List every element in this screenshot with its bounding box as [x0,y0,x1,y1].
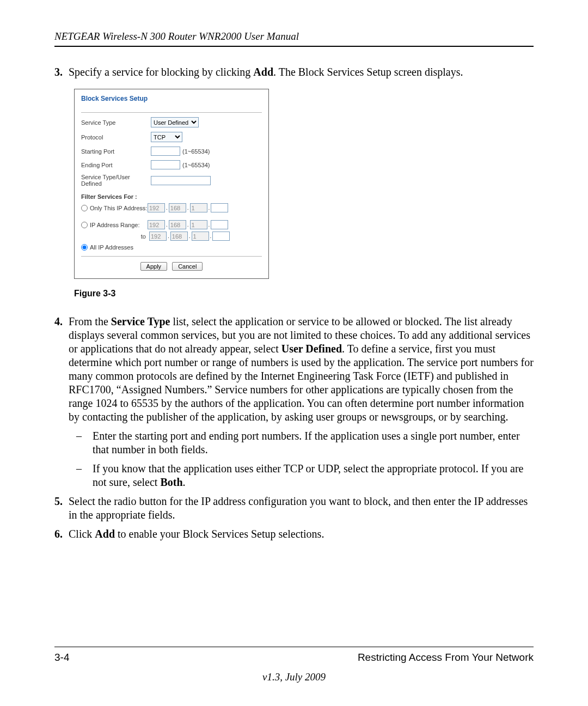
ip-octet[interactable] [148,220,165,229]
user-defined-input[interactable] [151,176,211,185]
step-6: 6. Click Add to enable your Block Servic… [54,527,534,541]
ip-octet[interactable] [149,232,167,241]
label-service-type: Service Type [81,119,151,126]
substep: – If you know that the application uses … [76,462,534,489]
label-protocol: Protocol [81,134,151,141]
radio-ip-range[interactable] [81,222,88,228]
block-services-setup-panel: Block Services Setup Service Type User D… [74,89,269,279]
label-ending-port: Ending Port [81,162,151,168]
cancel-button[interactable]: Cancel [172,262,203,271]
step-number: 3. [54,65,69,79]
add-bold: Add [95,528,115,540]
label-user-defined: Service Type/User Defined [81,174,151,187]
label-to: to [81,233,149,240]
ip-range-from-group: . . . [148,220,228,229]
protocol-select[interactable]: TCP [151,132,182,142]
ending-port-input[interactable] [151,160,180,169]
text: From the [69,315,111,327]
ip-octet[interactable] [170,232,188,241]
filter-services-for-label: Filter Services For : [81,193,262,200]
page-number: 3-4 [54,652,69,664]
radio-only-this-ip[interactable] [81,205,88,211]
figure-caption: Figure 3-3 [74,289,534,299]
step-number: 6. [54,527,69,541]
figure-screenshot: Block Services Setup Service Type User D… [74,89,534,279]
step-4: 4. From the Service Type list, select th… [54,315,534,489]
step-3: 3. Specify a service for blocking by cli… [54,65,534,79]
ip-octet[interactable] [211,220,228,229]
step-number: 5. [54,495,69,522]
panel-title: Block Services Setup [81,95,262,113]
label-starting-port: Starting Port [81,148,151,155]
text: . [183,476,186,488]
text: to enable your Block Services Setup sele… [115,528,324,540]
dash-icon: – [76,462,93,489]
text: If you know that the application uses ei… [93,462,523,488]
both-bold: Both [160,476,182,488]
radio-all-ip[interactable] [81,244,88,251]
text: Specify a service for blocking by clicki… [69,66,253,78]
port-range-hint: (1~65534) [182,148,210,155]
page-header: NETGEAR Wireless-N 300 Router WNR2000 Us… [54,31,534,47]
ip-octet[interactable] [169,220,186,229]
manual-page: NETGEAR Wireless-N 300 Router WNR2000 Us… [0,0,588,706]
label-only-this-ip: Only This IP Address: [90,205,147,211]
version-line: v1.3, July 2009 [54,671,534,683]
step-5: 5. Select the radio button for the IP ad… [54,495,534,522]
add-bold: Add [253,66,273,78]
user-defined-bold: User Defined [281,343,342,355]
port-range-hint: (1~65534) [182,162,210,168]
page-footer: 3-4 Restricting Access From Your Network… [54,647,534,683]
ip-octet[interactable] [148,203,165,212]
service-type-select[interactable]: User Defined [151,117,199,127]
service-type-bold: Service Type [111,315,170,327]
label-ip-range: IP Address Range: [90,222,140,228]
text: Select the radio button for the IP addre… [69,495,534,522]
ip-octet[interactable] [190,220,207,229]
ip-octet[interactable] [212,232,230,241]
ip-octet[interactable] [169,203,186,212]
section-title: Restricting Access From Your Network [358,652,534,664]
text: . To define a service, first you must de… [69,343,534,423]
text: . The Block Services Setup screen displa… [273,66,463,78]
step-number: 4. [54,315,69,489]
ip-octet[interactable] [192,232,209,241]
text: Enter the starting port and ending port … [93,429,534,457]
ip-octet[interactable] [190,203,207,212]
dash-icon: – [76,429,93,457]
ip-octet[interactable] [211,203,228,212]
starting-port-input[interactable] [151,147,180,156]
text: Click [69,528,95,540]
substep: – Enter the starting port and ending por… [76,429,534,457]
apply-button[interactable]: Apply [140,262,168,271]
ip-range-to-group: . . . [149,232,230,241]
only-this-ip-group: . . . [148,203,228,212]
label-all-ip: All IP Addresses [90,244,133,251]
